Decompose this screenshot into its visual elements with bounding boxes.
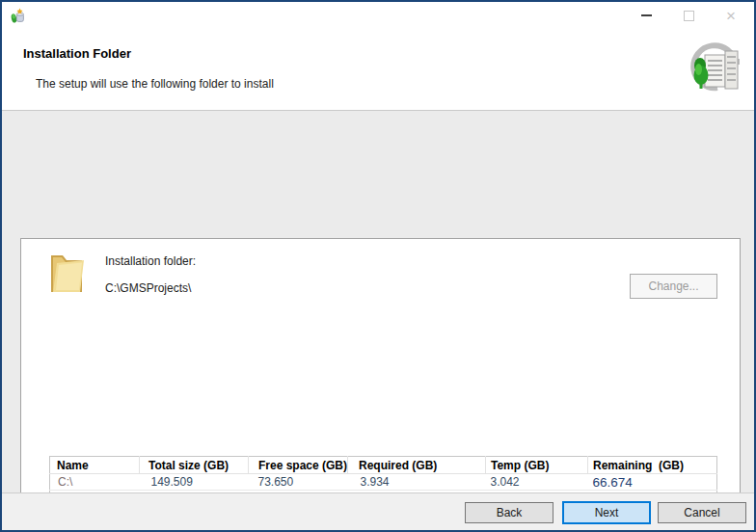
cell-required: 3.934 bbox=[348, 474, 486, 491]
titlebar[interactable]: × bbox=[2, 2, 754, 29]
page-subtitle: The setup will use the following folder … bbox=[36, 77, 274, 91]
content-panel: Installation folder: C:\GMSProjects\ Cha… bbox=[20, 238, 741, 532]
col-total-size: Total size (GB) bbox=[140, 457, 249, 474]
folder-path: C:\GMSProjects\ bbox=[105, 281, 191, 295]
close-icon: × bbox=[726, 8, 736, 24]
back-button[interactable]: Back bbox=[465, 502, 554, 523]
app-icon bbox=[10, 8, 26, 24]
folder-icon bbox=[47, 248, 88, 296]
close-button[interactable]: × bbox=[710, 2, 752, 29]
cell-temp: 3.042 bbox=[486, 474, 588, 491]
cell-total-size: 149.509 bbox=[140, 474, 249, 491]
col-remaining: Remaining (GB) bbox=[588, 457, 717, 474]
col-required: Required (GB) bbox=[348, 457, 486, 474]
window-controls: × bbox=[625, 2, 752, 29]
cell-remaining: 66.674 bbox=[588, 474, 717, 491]
main-background: Installation folder: C:\GMSProjects\ Cha… bbox=[2, 111, 754, 492]
change-button[interactable]: Change... bbox=[630, 274, 717, 299]
installer-window: × Installation Folder The setup will use… bbox=[0, 0, 756, 532]
col-name: Name bbox=[50, 457, 140, 474]
folder-label: Installation folder: bbox=[105, 254, 196, 268]
minimize-icon bbox=[641, 14, 652, 16]
table-header-row: Name Total size (GB) Free space (GB) Req… bbox=[50, 457, 717, 474]
minimize-button[interactable] bbox=[625, 2, 667, 29]
cell-free-space: 73.650 bbox=[249, 474, 348, 491]
col-temp: Temp (GB) bbox=[486, 457, 588, 474]
table-row-drive-c: C:\ 149.509 73.650 3.934 3.042 66.674 bbox=[50, 474, 717, 491]
next-button[interactable]: Next bbox=[562, 501, 651, 524]
maximize-icon bbox=[684, 11, 694, 21]
page-title: Installation Folder bbox=[23, 46, 131, 61]
product-logo-icon bbox=[683, 42, 742, 100]
cancel-button[interactable]: Cancel bbox=[658, 502, 746, 523]
disk-space-table: Name Total size (GB) Free space (GB) Req… bbox=[49, 456, 717, 496]
maximize-button[interactable] bbox=[667, 2, 710, 29]
cell-drive-name: C:\ bbox=[50, 474, 140, 491]
col-free-space: Free space (GB) bbox=[249, 457, 348, 474]
